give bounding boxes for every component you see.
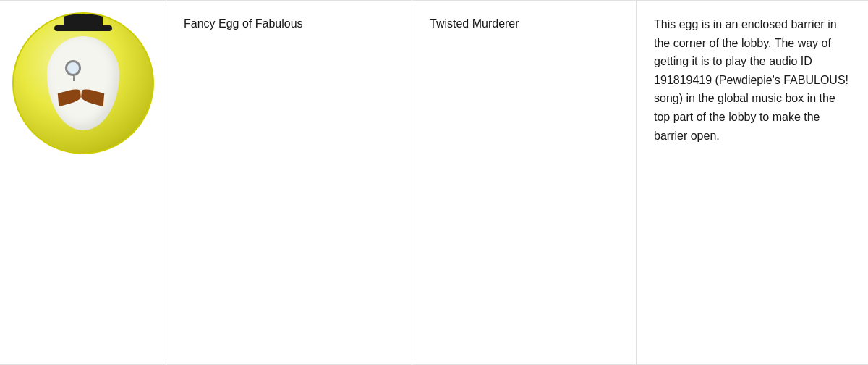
monocle-chain — [73, 74, 75, 81]
description-cell: This egg is in an enclosed barrier in th… — [637, 1, 868, 364]
mustache — [58, 91, 104, 106]
egg-illustration — [43, 33, 123, 134]
game-name-text: Twisted Murderer — [430, 15, 519, 33]
game-name-cell: Twisted Murderer — [412, 1, 637, 364]
hat-brim — [54, 25, 112, 31]
egg-name-text: Fancy Egg of Fabulous — [184, 15, 303, 33]
egg-image — [12, 12, 154, 154]
description-text: This egg is in an enclosed barrier in th… — [654, 15, 851, 145]
table-row: Fancy Egg of Fabulous Twisted Murderer T… — [0, 0, 868, 365]
hat-top — [64, 12, 103, 27]
egg-name-cell: Fancy Egg of Fabulous — [166, 1, 412, 364]
mustache-right — [81, 88, 105, 106]
egg-body-shape — [47, 36, 119, 130]
mustache-left — [57, 88, 81, 106]
egg-image-cell — [0, 1, 166, 364]
